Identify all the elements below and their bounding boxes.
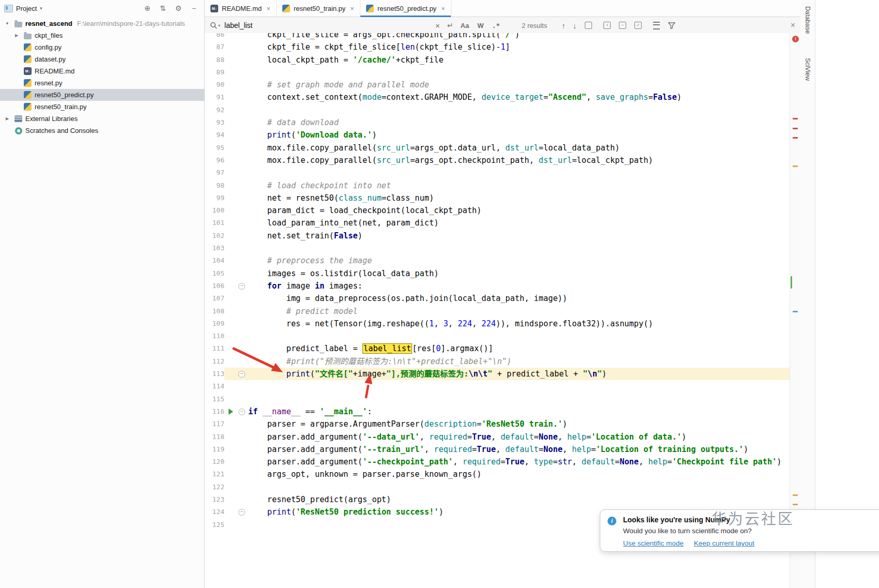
line-number[interactable]: 125 — [205, 519, 224, 531]
code-text[interactable]: parser.add_argument('--checkpoint_path',… — [248, 457, 782, 466]
code-text[interactable]: context.set_context(mode=context.GRAPH_M… — [248, 93, 681, 102]
line-number[interactable]: 115 — [205, 393, 224, 405]
code-line[interactable]: 91 context.set_context(mode=context.GRAP… — [205, 91, 790, 103]
line-number[interactable]: 119 — [205, 443, 224, 456]
code-text[interactable]: net = resnet50(class_num=class_num) — [248, 193, 434, 203]
tree-item-ckpt-files[interactable]: ▶ckpt_files — [0, 29, 204, 41]
code-text[interactable]: # data download — [248, 118, 339, 127]
code-line[interactable]: 100 param_dict = load_checkpoint(local_c… — [205, 204, 790, 217]
line-number[interactable]: 104 — [205, 254, 224, 267]
code-text[interactable]: print("文件名["+image+"],预测的蘑菇标签为:\n\t" + p… — [248, 369, 607, 379]
code-line[interactable]: 99 net = resnet50(class_num=class_num) — [205, 192, 790, 204]
line-number[interactable]: 91 — [205, 91, 224, 103]
code-text[interactable]: ckpt_file_slice = args_opt.checkpoint_pa… — [248, 33, 520, 39]
code-text[interactable]: ckpt_file = ckpt_file_slice[len(ckpt_fil… — [248, 42, 510, 52]
tab-resnet50-train-py[interactable]: resnet50_train.py× — [277, 0, 360, 17]
code-pane[interactable]: 86 ckpt_file_slice = args_opt.checkpoint… — [205, 33, 790, 588]
line-number[interactable]: 120 — [205, 456, 224, 468]
chevron-down-icon[interactable]: ▼ — [39, 6, 43, 11]
line-number[interactable]: 121 — [205, 468, 224, 480]
line-number[interactable]: 123 — [205, 493, 224, 506]
close-find-bar-button[interactable]: × — [791, 21, 795, 30]
hide-panel-button[interactable]: − — [188, 3, 200, 14]
line-number[interactable]: 100 — [205, 204, 224, 217]
code-line[interactable]: 119 parser.add_argument('--train_url', r… — [205, 443, 790, 456]
code-text[interactable]: # preprocess the image — [248, 256, 372, 265]
code-text[interactable]: mox.file.copy_parallel(src_url=args_opt.… — [248, 143, 619, 153]
line-number[interactable]: 106 — [205, 280, 224, 292]
open-in-find-window-button[interactable] — [585, 22, 592, 29]
tree-item-resnet-ascend[interactable]: ▼resnet_ascendF:\learn\mindspore-21-days… — [0, 18, 204, 29]
code-line[interactable]: 123 resnet50_predict(args_opt) — [205, 493, 790, 506]
fold-icon[interactable]: − — [238, 283, 245, 290]
code-line[interactable]: 93 # data download — [205, 116, 790, 129]
code-line[interactable]: 120 parser.add_argument('--checkpoint_pa… — [205, 456, 790, 468]
code-line[interactable]: 98 # load checkpoint into net — [205, 179, 790, 192]
line-number[interactable]: 109 — [205, 318, 224, 330]
fold-icon[interactable]: − — [238, 509, 245, 516]
line-number[interactable]: 116 — [205, 405, 224, 418]
code-text[interactable]: # set graph mode and parallel mode — [248, 80, 429, 89]
code-text[interactable]: # predict model — [248, 307, 358, 316]
tree-item-resnet50-predict-py[interactable]: resnet50_predict.py — [0, 89, 204, 101]
line-number[interactable]: 90 — [205, 79, 224, 91]
line-number[interactable]: 96 — [205, 154, 224, 167]
code-text[interactable]: predict_label = label_list[res[0].argmax… — [248, 343, 493, 354]
tree-item-scratches-and-consoles[interactable]: Scratches and Consoles — [0, 125, 204, 137]
code-line[interactable]: 111 predict_label = label_list[res[0].ar… — [205, 342, 790, 355]
code-text[interactable]: parser = argparse.ArgumentParser(descrip… — [248, 419, 567, 429]
newline-toggle-icon[interactable]: ↵ — [447, 21, 453, 29]
close-tab-icon[interactable]: × — [350, 5, 354, 12]
use-scientific-mode-link[interactable]: Use scientific mode — [623, 539, 684, 548]
code-text[interactable]: parser.add_argument('--train_url', requi… — [248, 445, 748, 454]
line-number[interactable]: 102 — [205, 230, 224, 242]
code-text[interactable]: print('Download data.') — [248, 130, 377, 140]
code-text[interactable]: res = net(Tensor(img.reshape((1, 3, 224,… — [248, 319, 653, 328]
match-case-toggle[interactable]: Aa — [461, 22, 469, 29]
line-number[interactable]: 99 — [205, 192, 224, 204]
code-line[interactable]: 114 — [205, 380, 790, 393]
code-line[interactable]: 90 # set graph mode and parallel mode — [205, 79, 790, 91]
code-line[interactable]: 107 img = data_preprocess(os.path.join(l… — [205, 292, 790, 305]
line-number[interactable]: 111 — [205, 342, 224, 355]
code-text[interactable]: img = data_preprocess(os.path.join(local… — [248, 294, 567, 303]
code-line[interactable]: 108 # predict model — [205, 305, 790, 318]
code-line[interactable]: 92 — [205, 104, 790, 116]
line-number[interactable]: 110 — [205, 330, 224, 342]
line-number[interactable]: 103 — [205, 242, 224, 254]
code-text[interactable]: if __name__ == '__main__': — [248, 407, 372, 416]
search-options-button[interactable] — [653, 22, 660, 29]
search-history-caret-icon[interactable]: ▾ — [218, 23, 220, 28]
line-number[interactable]: 87 — [205, 41, 224, 53]
code-text[interactable]: load_param_into_net(net, param_dict) — [248, 218, 438, 228]
chevron-down-icon[interactable]: ▼ — [3, 21, 11, 26]
project-view-selector[interactable]: Project — [16, 5, 37, 12]
code-text[interactable]: images = os.listdir(local_data_path) — [248, 269, 438, 278]
code-line[interactable]: 110 — [205, 330, 790, 342]
line-number[interactable]: 93 — [205, 116, 224, 129]
code-text[interactable]: net.set_train(False) — [248, 231, 362, 240]
line-number[interactable]: 105 — [205, 267, 224, 280]
tab-readme-md[interactable]: M↓README.md× — [205, 0, 277, 17]
chevron-right-icon[interactable]: ▶ — [3, 116, 11, 121]
close-tab-icon[interactable]: × — [441, 5, 445, 12]
code-line[interactable]: 95 mox.file.copy_parallel(src_url=args_o… — [205, 142, 790, 154]
error-count-badge[interactable]: ! — [792, 36, 799, 42]
code-line[interactable]: 113− print("文件名["+image+"],预测的蘑菇标签为:\n\t… — [205, 368, 790, 380]
line-number[interactable]: 122 — [205, 481, 224, 493]
line-number[interactable]: 107 — [205, 292, 224, 305]
keep-current-layout-link[interactable]: Keep current layout — [694, 539, 754, 548]
code-line[interactable]: 105 images = os.listdir(local_data_path) — [205, 267, 790, 280]
line-number[interactable]: 97 — [205, 167, 224, 179]
add-occurrence-button[interactable]: + — [603, 22, 611, 29]
line-number[interactable]: 117 — [205, 418, 224, 430]
code-line[interactable]: 88 local_ckpt_path = '/cache/'+ckpt_file — [205, 54, 790, 66]
code-line[interactable]: 106− for image in images: — [205, 280, 790, 292]
code-line[interactable]: 101 load_param_into_net(net, param_dict) — [205, 217, 790, 229]
line-number[interactable]: 114 — [205, 380, 224, 393]
line-number[interactable]: 86 — [205, 33, 224, 41]
code-line[interactable]: 109 res = net(Tensor(img.reshape((1, 3, … — [205, 318, 790, 330]
code-text[interactable]: print('ResNet50 prediction success!') — [248, 507, 444, 517]
fold-icon[interactable]: − — [238, 409, 245, 415]
code-text[interactable]: args_opt, unknown = parser.parse_known_a… — [248, 470, 481, 479]
